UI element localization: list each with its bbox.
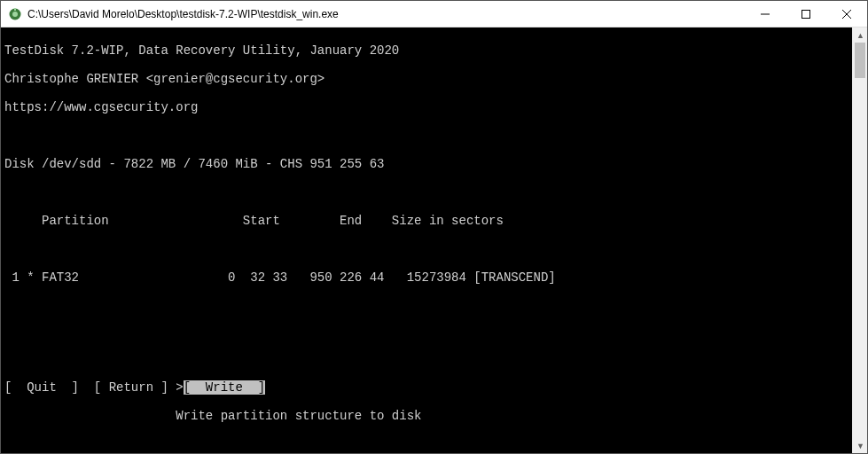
menu-return[interactable]: [ Return ]	[94, 380, 168, 395]
maximize-button[interactable]	[786, 1, 826, 27]
scroll-thumb[interactable]	[855, 43, 865, 78]
menu-write[interactable]: [ Write ]	[184, 380, 265, 395]
svg-point-1	[12, 12, 18, 17]
svg-rect-2	[14, 8, 16, 11]
hint-line: Write partition structure to disk	[4, 409, 852, 423]
app-window: C:\Users\David Morelo\Desktop\testdisk-7…	[0, 0, 868, 454]
menu-row: [ Quit ] [ Return ] >[ Write ]	[4, 380, 852, 395]
scroll-up-arrow[interactable]: ▲	[853, 27, 868, 43]
vertical-scrollbar[interactable]: ▲ ▼	[852, 27, 867, 453]
client-area: TestDisk 7.2-WIP, Data Recovery Utility,…	[1, 27, 867, 453]
svg-rect-4	[802, 10, 810, 18]
scroll-down-arrow[interactable]: ▼	[853, 438, 868, 453]
header-line-2: Christophe GRENIER <grenier@cgsecurity.o…	[4, 72, 852, 86]
minimize-button[interactable]	[745, 1, 786, 27]
close-button[interactable]	[826, 1, 867, 27]
terminal[interactable]: TestDisk 7.2-WIP, Data Recovery Utility,…	[1, 27, 852, 453]
disk-line: Disk /dev/sdd - 7822 MB / 7460 MiB - CHS…	[4, 157, 852, 171]
window-title: C:\Users\David Morelo\Desktop\testdisk-7…	[27, 8, 339, 20]
header-line-3: https://www.cgsecurity.org	[4, 100, 852, 114]
bottom-menu-area: [ Quit ] [ Return ] >[ Write ] Write par…	[4, 366, 852, 451]
titlebar: C:\Users\David Morelo\Desktop\testdisk-7…	[1, 1, 867, 27]
app-icon	[8, 7, 22, 21]
partition-row: 1 * FAT32 0 32 33 950 226 44 15273984 [T…	[4, 270, 852, 285]
menu-quit[interactable]: [ Quit ]	[4, 380, 79, 395]
columns-header: Partition Start End Size in sectors	[4, 214, 852, 228]
header-line-1: TestDisk 7.2-WIP, Data Recovery Utility,…	[4, 43, 852, 58]
menu-selection-marker: >	[176, 380, 183, 395]
